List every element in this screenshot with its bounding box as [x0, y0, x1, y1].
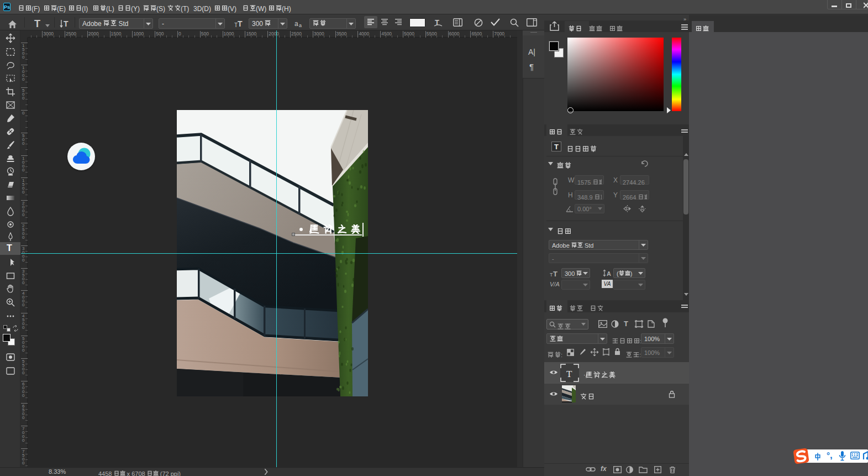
- svg-text:T: T: [238, 19, 243, 28]
- svg-text:T: T: [64, 19, 69, 28]
- svg-text:A: A: [607, 270, 611, 277]
- svg-text:T: T: [553, 270, 557, 277]
- svg-text:a: a: [299, 23, 302, 27]
- svg-text:a: a: [294, 20, 298, 27]
- svg-text:T: T: [566, 369, 572, 379]
